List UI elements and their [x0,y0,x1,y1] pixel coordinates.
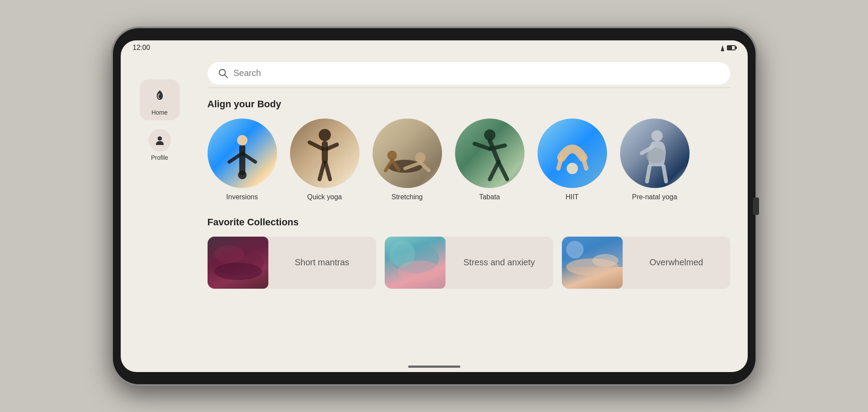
svg-line-34 [647,166,650,181]
collections-row: Short mantras Stress and anxie [208,237,730,289]
battery-icon [727,45,736,50]
svg-point-1 [158,136,162,141]
quick-yoga-circle [290,119,360,188]
signal-icon [716,44,724,51]
svg-rect-10 [322,141,328,163]
stretching-circle [373,119,442,188]
yoga-item-prenatal[interactable]: Pre-natal yoga [620,119,690,201]
svg-point-48 [566,241,584,258]
svg-point-9 [319,129,331,141]
inversions-circle [208,119,277,188]
svg-line-35 [663,166,666,181]
stretching-label: Stretching [391,193,422,201]
svg-line-27 [498,162,507,179]
svg-line-3 [224,75,228,78]
home-label: Home [152,109,168,116]
status-time: 12:00 [133,44,150,52]
svg-line-29 [558,158,561,168]
tablet-screen: 12:00 [121,40,748,372]
search-icon [218,68,228,79]
overwhelmed-label: Overwhelmed [623,257,730,267]
home-indicator [408,366,460,368]
align-body-title: Align your Body [208,99,730,110]
svg-line-30 [583,158,586,168]
quick-yoga-silhouette [290,119,360,188]
svg-point-43 [389,241,415,267]
overwhelmed-img-decor [562,237,623,289]
search-bar[interactable] [208,62,730,85]
tabata-circle [455,119,525,188]
svg-point-38 [214,263,262,280]
svg-line-26 [490,162,498,179]
svg-point-28 [567,163,578,174]
prenatal-circle [620,119,690,188]
hiit-label: HIIT [565,193,578,201]
yoga-item-stretching[interactable]: Stretching [373,119,442,201]
prenatal-label: Pre-natal yoga [632,193,677,201]
short-mantras-image [208,237,268,289]
home-icon-circle [149,84,171,106]
tablet-frame: 12:00 [113,28,756,384]
status-icons [716,44,736,51]
yoga-item-tabata[interactable]: Tabata [455,119,525,201]
tabata-label: Tabata [479,193,500,201]
yoga-item-quick-yoga[interactable]: Quick yoga [290,119,360,201]
side-camera-button [753,198,759,215]
status-bar: 12:00 [121,40,748,53]
inversions-silhouette [208,119,277,188]
search-input[interactable] [234,68,720,78]
svg-line-11 [310,142,323,149]
short-mantras-label: Short mantras [268,257,376,267]
svg-point-47 [592,254,618,267]
stress-anxiety-label: Stress and anxiety [446,257,553,267]
yoga-item-inversions[interactable]: Inversions [208,119,277,201]
short-mantras-img-decor [208,237,268,289]
profile-label: Profile [151,154,168,161]
sidebar: Home Profile [121,53,199,369]
inversions-label: Inversions [226,193,258,201]
svg-line-24 [475,144,490,149]
svg-point-31 [651,130,663,142]
svg-line-14 [326,163,330,179]
stress-anxiety-image [385,237,446,289]
main-layout: Home Profile [121,53,748,369]
svg-line-12 [327,145,337,149]
stress-anxiety-img-decor [385,237,446,289]
svg-line-23 [490,141,498,162]
svg-point-39 [214,245,244,263]
svg-marker-0 [721,45,724,51]
sidebar-item-home[interactable]: Home [140,79,180,120]
svg-line-13 [320,163,324,179]
content-area: Align your Body [199,53,748,369]
tabata-silhouette [455,119,525,188]
collection-card-stress-anxiety[interactable]: Stress and anxiety [385,237,553,289]
svg-point-8 [237,135,248,145]
person-icon [153,134,166,147]
stretching-silhouette [373,119,442,188]
svg-rect-5 [239,145,245,175]
collection-card-overwhelmed[interactable]: Overwhelmed [562,237,730,289]
yoga-item-hiit[interactable]: HIIT [538,119,607,201]
leaf-icon [153,89,166,102]
hiit-circle [538,119,607,188]
collection-card-short-mantras[interactable]: Short mantras [208,237,376,289]
search-divider [208,87,730,88]
sidebar-item-profile[interactable]: Profile [140,125,180,165]
prenatal-silhouette [620,119,690,188]
collections-title: Favorite Collections [208,217,730,228]
quick-yoga-label: Quick yoga [307,193,342,201]
overwhelmed-image [562,237,623,289]
yoga-circles-row: Inversions [208,119,730,201]
hiit-silhouette [538,119,607,188]
profile-icon-circle [149,129,171,152]
